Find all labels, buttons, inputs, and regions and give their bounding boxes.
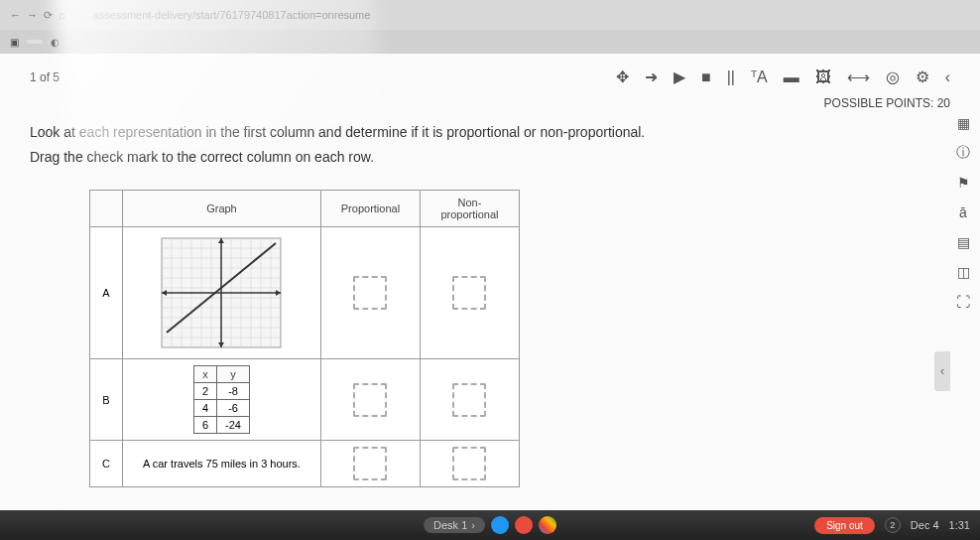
- row-b-nonprop-drop[interactable]: [420, 359, 519, 441]
- tab-1[interactable]: [27, 40, 43, 44]
- sidebar-fullscreen-icon[interactable]: ⛶: [953, 292, 973, 312]
- book-icon[interactable]: ▬: [784, 68, 799, 86]
- tab-favicon: ▣: [10, 37, 19, 48]
- xy-yh: y: [217, 366, 250, 383]
- taskbar: Desk 1 › Sign out 2 Dec 4 1:31: [0, 510, 980, 540]
- xy-y3: -24: [217, 417, 250, 434]
- row-b-prop-drop[interactable]: [320, 359, 420, 441]
- target-icon[interactable]: ◎: [886, 68, 900, 86]
- toolbar: 1 of 5 ✥ ➜ ▶ ■ || ᵀA ▬ 🖼 ⟷ ◎ ⚙ ‹: [30, 64, 950, 96]
- header-nonproportional: Non-proportional: [420, 191, 519, 227]
- text-tool-icon[interactable]: ᵀA: [751, 68, 768, 86]
- taskbar-app-2-icon[interactable]: [515, 516, 533, 534]
- graph-a-svg: [152, 233, 291, 352]
- sidebar-flag-icon[interactable]: ⚑: [953, 173, 973, 193]
- desk-label: Desk 1: [433, 519, 467, 531]
- signout-button[interactable]: Sign out: [814, 517, 875, 534]
- taskbar-right: Sign out 2 Dec 4 1:31: [814, 517, 970, 534]
- instruction-line-2: Drag the check mark to the correct colum…: [30, 145, 950, 170]
- xy-table: xy 2-8 4-6 6-24: [193, 365, 250, 434]
- main-content: 1 of 5 ✥ ➜ ▶ ■ || ᵀA ▬ 🖼 ⟷ ◎ ⚙ ‹ POSSIBL…: [0, 54, 980, 510]
- drop-zone[interactable]: [452, 447, 486, 480]
- header-blank: [90, 191, 123, 227]
- xy-y1: -8: [217, 383, 250, 400]
- drop-zone[interactable]: [452, 383, 486, 417]
- points-label: POSSIBLE POINTS: 20: [30, 96, 950, 110]
- tab-favicon-2: ◐: [51, 37, 60, 48]
- back-nav-icon[interactable]: ‹: [945, 68, 950, 86]
- browser-nav: ← → ⟳ ⌂: [10, 9, 65, 22]
- pause-icon[interactable]: ||: [727, 68, 735, 86]
- right-sidebar: ▦ ⓘ ⚑ ā ▤ ◫ ⛶: [950, 113, 976, 312]
- image-icon[interactable]: 🖼: [815, 68, 831, 86]
- table-header-row: Graph Proportional Non-proportional: [90, 191, 520, 227]
- collapse-tab[interactable]: ‹: [934, 351, 950, 391]
- taskbar-app-1-icon[interactable]: [491, 516, 509, 534]
- reload-icon[interactable]: ⟳: [44, 9, 53, 22]
- table-row-a: A: [90, 227, 520, 359]
- row-b-content: xy 2-8 4-6 6-24: [122, 359, 320, 441]
- taskbar-date: Dec 4: [911, 519, 939, 531]
- forward-icon[interactable]: →: [27, 9, 38, 22]
- row-c-nonprop-drop[interactable]: [420, 441, 519, 487]
- row-a-graph: [122, 227, 320, 359]
- xy-x2: 4: [193, 400, 216, 417]
- row-a-label: A: [90, 227, 123, 359]
- row-a-nonprop-drop[interactable]: [420, 227, 519, 359]
- row-a-prop-drop[interactable]: [320, 227, 420, 359]
- instruction-line-1: Look at each representation in the first…: [30, 120, 950, 145]
- drop-zone[interactable]: [353, 383, 387, 417]
- row-b-label: B: [90, 359, 123, 441]
- taskbar-center: Desk 1 ›: [424, 516, 556, 534]
- toolbar-right: ✥ ➜ ▶ ■ || ᵀA ▬ 🖼 ⟷ ◎ ⚙ ‹: [616, 68, 950, 86]
- drop-zone[interactable]: [353, 276, 387, 310]
- play-icon[interactable]: ▶: [674, 68, 685, 86]
- table-row-b: B xy 2-8 4-6 6-24: [90, 359, 520, 441]
- browser-bar: ← → ⟳ ⌂ assessment-delivery/start/761797…: [0, 0, 980, 30]
- sidebar-lines-icon[interactable]: ▤: [953, 232, 973, 252]
- header-proportional: Proportional: [320, 191, 420, 227]
- question-table: Graph Proportional Non-proportional A: [89, 190, 520, 487]
- sidebar-abar-icon[interactable]: ā: [953, 202, 973, 222]
- sidebar-info-icon[interactable]: ⓘ: [953, 143, 973, 163]
- pointer-icon[interactable]: ➜: [645, 68, 658, 86]
- xy-y2: -6: [217, 400, 250, 417]
- home-icon[interactable]: ⌂: [59, 9, 65, 22]
- desk-switcher[interactable]: Desk 1 ›: [424, 517, 485, 533]
- move-icon[interactable]: ✥: [616, 68, 629, 86]
- taskbar-time: 1:31: [949, 519, 970, 531]
- url-text: assessment-delivery/start/76179740817act…: [93, 9, 371, 21]
- header-graph: Graph: [122, 191, 320, 227]
- tab-bar: ▣ ◐: [0, 30, 980, 54]
- xy-x1: 2: [193, 383, 216, 400]
- instructions: Look at each representation in the first…: [30, 120, 950, 170]
- xy-xh: x: [193, 366, 216, 383]
- taskbar-chrome-icon[interactable]: [539, 516, 556, 534]
- progress-label: 1 of 5: [30, 70, 60, 84]
- xy-x3: 6: [193, 417, 216, 434]
- desk-arrow-icon: ›: [471, 519, 475, 531]
- row-c-label: C: [90, 441, 123, 487]
- notification-badge[interactable]: 2: [885, 517, 901, 533]
- width-icon[interactable]: ⟷: [847, 68, 870, 86]
- stop-icon[interactable]: ■: [701, 68, 711, 86]
- drop-zone[interactable]: [353, 447, 387, 480]
- row-c-text: A car travels 75 miles in 3 hours.: [122, 441, 320, 487]
- back-icon[interactable]: ←: [10, 9, 21, 22]
- row-c-prop-drop[interactable]: [320, 441, 420, 487]
- gear-icon[interactable]: ⚙: [916, 68, 929, 86]
- table-row-c: C A car travels 75 miles in 3 hours.: [90, 441, 520, 487]
- sidebar-grid-icon[interactable]: ▦: [953, 113, 973, 133]
- sidebar-box-icon[interactable]: ◫: [953, 262, 973, 282]
- drop-zone[interactable]: [452, 276, 486, 310]
